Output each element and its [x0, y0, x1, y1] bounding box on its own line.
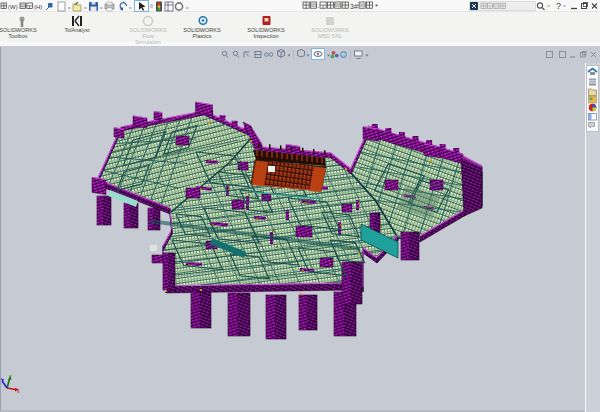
svg-text:*: *: [375, 2, 378, 11]
svg-text:y: y: [9, 373, 12, 379]
svg-text:.: .: [317, 2, 319, 9]
svg-text:(W): (W): [8, 4, 18, 10]
svg-text:(H): (H): [34, 4, 42, 10]
svg-text:x: x: [17, 388, 20, 394]
svg-text:3#: 3#: [350, 3, 358, 10]
